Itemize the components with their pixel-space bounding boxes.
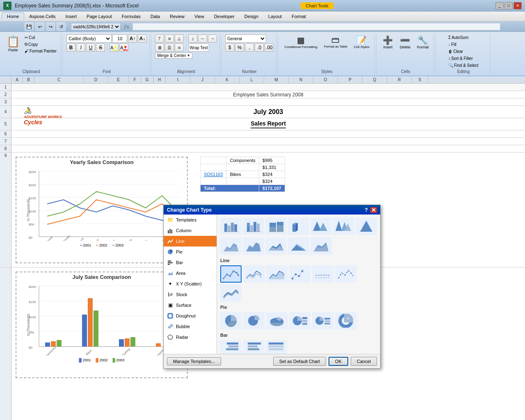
font-name-selector[interactable]: Calibri (Body) bbox=[66, 34, 112, 43]
bold-button[interactable]: B bbox=[66, 43, 75, 52]
restore-button[interactable]: □ bbox=[504, 2, 513, 9]
underline-button[interactable]: U bbox=[86, 43, 95, 52]
chart-type-area-2[interactable] bbox=[243, 237, 264, 255]
dialog-item-pie[interactable]: Pie bbox=[164, 247, 217, 257]
dialog-item-surface[interactable]: ▣ Surface bbox=[164, 300, 217, 310]
comma-button[interactable]: , bbox=[245, 43, 254, 52]
bar-type-2[interactable] bbox=[243, 340, 264, 354]
cell-styles-button[interactable]: 📝 Cell Styles bbox=[352, 34, 372, 50]
align-center-button[interactable]: ☰ bbox=[165, 43, 174, 52]
align-middle-button[interactable]: ≡ bbox=[165, 34, 174, 43]
decrease-decimal-button[interactable]: .0 bbox=[255, 43, 264, 52]
qa-undo-button[interactable]: ↩ bbox=[35, 23, 44, 31]
delete-cells-button[interactable]: ➖ Delete bbox=[397, 34, 413, 50]
align-left-button[interactable]: ≣ bbox=[155, 43, 164, 52]
tab-review[interactable]: Review bbox=[165, 13, 189, 20]
percent-button[interactable]: % bbox=[235, 43, 244, 52]
cut-button[interactable]: ✂ Cut bbox=[23, 34, 58, 41]
chart-type-col-3[interactable] bbox=[265, 218, 287, 235]
text-direction-button[interactable]: ↕ bbox=[188, 34, 197, 43]
spreadsheet-content-area[interactable]: Employee Sales Summary 2008 🚴 ADVENTURE … bbox=[11, 84, 525, 420]
fill-button[interactable]: ↓ Fill bbox=[447, 41, 458, 48]
dialog-item-radar[interactable]: Radar bbox=[164, 332, 217, 342]
font-shrink-button[interactable]: A↓ bbox=[138, 34, 147, 43]
dialog-item-bubble[interactable]: Bubble bbox=[164, 321, 217, 332]
line-type-1[interactable] bbox=[220, 265, 242, 283]
qa-save-button[interactable]: 💾 bbox=[25, 23, 34, 31]
chart-type-col-1[interactable] bbox=[220, 218, 242, 235]
line-type-4[interactable] bbox=[289, 265, 310, 283]
tab-insert[interactable]: Insert bbox=[61, 13, 82, 20]
autosum-button[interactable]: Σ AutoSum bbox=[447, 34, 470, 41]
pie-type-1[interactable] bbox=[220, 312, 242, 329]
conditional-formatting-button[interactable]: ▦ Conditional Formatting bbox=[282, 34, 320, 50]
tab-formulas[interactable]: Formulas bbox=[117, 13, 146, 20]
align-top-button[interactable]: ⊤ bbox=[155, 34, 164, 43]
yearly-chart-container[interactable]: Yearly Sales Comparison In Thousands $25… bbox=[16, 157, 188, 263]
italic-button[interactable]: I bbox=[76, 43, 85, 52]
tab-view[interactable]: View bbox=[189, 13, 209, 20]
bar-type-1[interactable] bbox=[220, 340, 242, 354]
align-right-button[interactable]: ≡ bbox=[175, 43, 184, 52]
font-grow-button[interactable]: A↑ bbox=[128, 34, 137, 43]
fill-color-button[interactable]: A▼ bbox=[110, 43, 119, 52]
chart-type-3d-col[interactable] bbox=[288, 218, 309, 235]
line-type-2[interactable] bbox=[243, 265, 265, 283]
chart-type-area-stacked[interactable] bbox=[310, 237, 332, 255]
tab-aspose[interactable]: Aspose.Cells bbox=[24, 13, 60, 20]
tab-page-layout[interactable]: Page Layout bbox=[82, 13, 117, 20]
increase-decimal-button[interactable]: .00 bbox=[265, 43, 274, 52]
close-button[interactable]: ✕ bbox=[514, 2, 522, 9]
currency-button[interactable]: $ bbox=[225, 43, 234, 52]
format-cells-button[interactable]: 🔧 Format bbox=[415, 34, 431, 50]
dialog-item-bar[interactable]: Bar bbox=[164, 257, 217, 268]
table-cell-order-link[interactable]: SO51163 bbox=[201, 171, 226, 178]
chart-type-area-3[interactable] bbox=[265, 237, 287, 255]
pie-type-5[interactable] bbox=[312, 312, 333, 329]
tab-data[interactable]: Data bbox=[146, 13, 165, 20]
dialog-item-stock[interactable]: Stock bbox=[164, 289, 217, 300]
name-box[interactable]: xadd4c32f6c1949e6 2 bbox=[71, 23, 121, 30]
insert-cells-button[interactable]: ➕ Insert bbox=[380, 34, 396, 50]
chart-type-pyramid[interactable] bbox=[356, 218, 377, 235]
strikethrough-button[interactable]: S bbox=[96, 43, 105, 52]
bar-type-3[interactable] bbox=[265, 340, 287, 354]
pie-type-4[interactable] bbox=[289, 312, 310, 329]
july-chart-container[interactable]: July Sales Comparison In Thousands $200 … bbox=[16, 272, 188, 378]
number-format-selector[interactable]: General bbox=[225, 34, 266, 43]
align-bottom-button[interactable]: ⊥ bbox=[175, 34, 184, 43]
qa-refresh-button[interactable]: ↺ bbox=[57, 23, 66, 31]
manage-templates-button[interactable]: Manage Templates... bbox=[167, 357, 221, 365]
line-type-6[interactable] bbox=[335, 265, 356, 283]
dialog-item-column[interactable]: Column bbox=[164, 225, 217, 236]
minimize-button[interactable]: _ bbox=[495, 2, 504, 9]
tab-layout[interactable]: Layout bbox=[263, 13, 287, 20]
pie-type-3[interactable] bbox=[266, 312, 288, 329]
indent-increase-button[interactable]: → bbox=[208, 34, 217, 43]
qa-redo-button[interactable]: ↪ bbox=[46, 23, 55, 31]
tab-format[interactable]: Format bbox=[287, 13, 311, 20]
indent-decrease-button[interactable]: ← bbox=[198, 34, 207, 43]
chart-type-area-1[interactable] bbox=[220, 237, 242, 255]
dialog-item-xy[interactable]: ✦ X Y (Scatter) bbox=[164, 278, 217, 289]
line-type-3[interactable] bbox=[266, 265, 288, 283]
find-select-button[interactable]: 🔍 Find & Select bbox=[447, 62, 480, 68]
chart-type-3d-area[interactable] bbox=[288, 237, 309, 255]
line-type-5[interactable] bbox=[312, 265, 333, 283]
ok-button[interactable]: OK bbox=[329, 357, 348, 366]
dialog-close-button[interactable]: ✕ bbox=[370, 207, 377, 213]
format-as-table-button[interactable]: 🗃 Format as Table bbox=[322, 34, 350, 49]
tab-design[interactable]: Design bbox=[240, 13, 263, 20]
dialog-item-line[interactable]: Line bbox=[164, 236, 217, 247]
format-painter-button[interactable]: 🖌 Format Painter bbox=[23, 48, 58, 54]
dialog-item-area[interactable]: Area bbox=[164, 268, 217, 278]
font-color-button[interactable]: A▼ bbox=[119, 43, 128, 52]
sort-filter-button[interactable]: ↕ Sort & Filter bbox=[447, 55, 475, 62]
copy-button[interactable]: ⧉ Copy bbox=[23, 41, 58, 48]
wrap-text-button[interactable]: Wrap Text bbox=[188, 43, 209, 52]
chart-type-col-2[interactable] bbox=[243, 218, 264, 235]
paste-button[interactable]: 📋 Paste bbox=[4, 34, 22, 53]
line-type-7[interactable] bbox=[220, 284, 242, 301]
tab-home[interactable]: Home bbox=[2, 12, 24, 20]
chart-type-cone[interactable] bbox=[310, 218, 332, 235]
